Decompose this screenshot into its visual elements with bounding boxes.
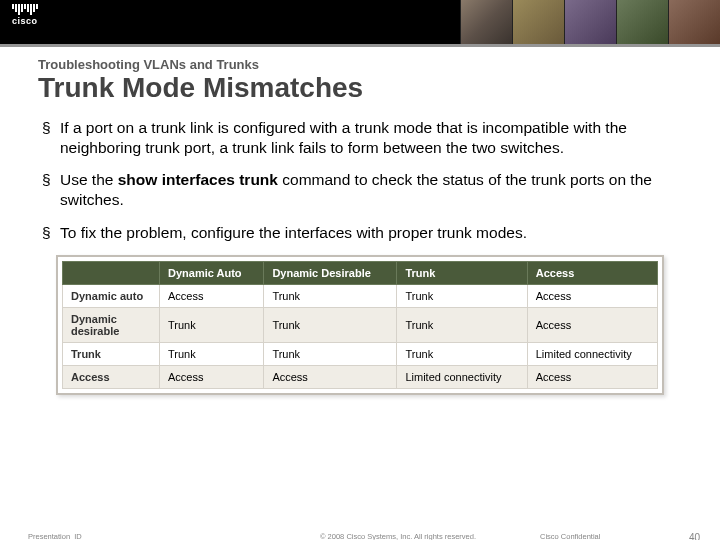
table-cell: Trunk — [264, 284, 397, 307]
table-cell: Access — [264, 365, 397, 388]
cisco-logo: cisco — [12, 4, 38, 26]
row-header: Trunk — [63, 342, 160, 365]
table-cell: Limited connectivity — [397, 365, 527, 388]
table-cell: Access — [527, 284, 657, 307]
bullet-text-pre: Use the — [60, 171, 118, 188]
bullet-item: Use the show interfaces trunk command to… — [60, 170, 682, 210]
table-cell: Trunk — [160, 342, 264, 365]
col-header: Dynamic Desirable — [264, 261, 397, 284]
bullet-item: To fix the problem, configure the interf… — [60, 223, 682, 243]
table-cell: Trunk — [397, 342, 527, 365]
page-number: 40 — [689, 532, 700, 540]
col-header: Dynamic Auto — [160, 261, 264, 284]
slide-content: Troubleshooting VLANs and Trunks Trunk M… — [0, 47, 720, 395]
table-cell: Trunk — [264, 307, 397, 342]
logo-text: cisco — [12, 17, 38, 26]
table-cell: Limited connectivity — [527, 342, 657, 365]
table-row: Access Access Access Limited connectivit… — [63, 365, 658, 388]
table-cell: Trunk — [397, 284, 527, 307]
header-bar: cisco — [0, 0, 720, 44]
col-header: Access — [527, 261, 657, 284]
table-cell: Access — [160, 365, 264, 388]
table-row: Trunk Trunk Trunk Trunk Limited connecti… — [63, 342, 658, 365]
bullet-item: If a port on a trunk link is configured … — [60, 118, 682, 158]
row-header: Dynamic desirable — [63, 307, 160, 342]
col-header: Trunk — [397, 261, 527, 284]
bullet-text: If a port on a trunk link is configured … — [60, 119, 627, 156]
header-photo-strip — [460, 0, 720, 44]
table-header-row: Dynamic Auto Dynamic Desirable Trunk Acc… — [63, 261, 658, 284]
table-row: Dynamic desirable Trunk Trunk Trunk Acce… — [63, 307, 658, 342]
bullet-list: If a port on a trunk link is configured … — [38, 118, 682, 243]
table-cell: Access — [527, 365, 657, 388]
row-header: Dynamic auto — [63, 284, 160, 307]
table-cell: Trunk — [160, 307, 264, 342]
confidential-text: Cisco Confidential — [540, 532, 600, 540]
bullet-text: To fix the problem, configure the interf… — [60, 224, 527, 241]
copyright-text: © 2008 Cisco Systems, Inc. All rights re… — [320, 532, 476, 540]
row-header: Access — [63, 365, 160, 388]
presentation-id: Presentation_ID — [28, 532, 82, 540]
table-cell: Trunk — [397, 307, 527, 342]
table-cell: Access — [160, 284, 264, 307]
trunk-mode-table: Dynamic Auto Dynamic Desirable Trunk Acc… — [62, 261, 658, 389]
mode-table-container: Dynamic Auto Dynamic Desirable Trunk Acc… — [56, 255, 664, 395]
table-corner — [63, 261, 160, 284]
slide-title: Trunk Mode Mismatches — [38, 72, 682, 104]
table-cell: Trunk — [264, 342, 397, 365]
section-label: Troubleshooting VLANs and Trunks — [38, 57, 682, 72]
command-text: show interfaces trunk — [118, 171, 278, 188]
table-row: Dynamic auto Access Trunk Trunk Access — [63, 284, 658, 307]
table-cell: Access — [527, 307, 657, 342]
